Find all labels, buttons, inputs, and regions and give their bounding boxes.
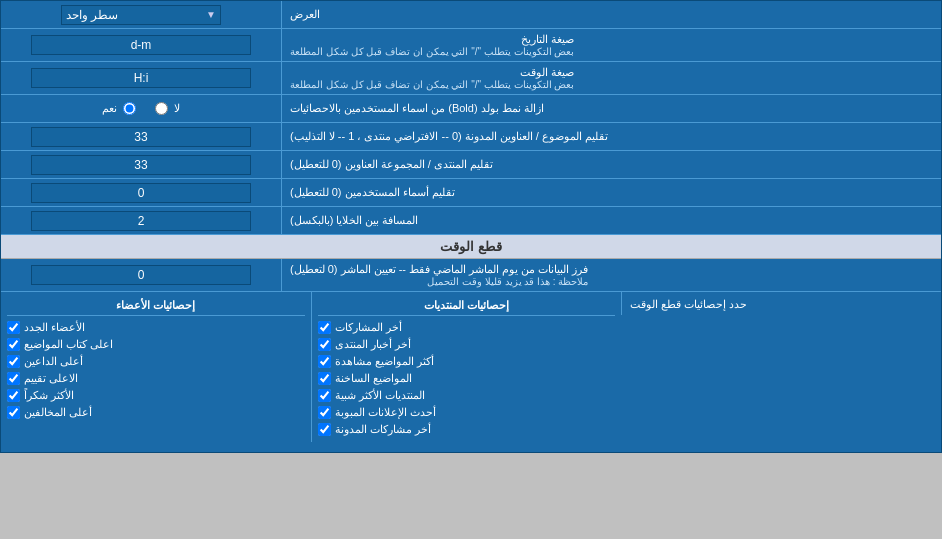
date-format-input-cell bbox=[1, 29, 281, 61]
cutoff-row: فرز البيانات من يوم الماشر الماضي فقط --… bbox=[1, 259, 941, 292]
check-top-inviters: أعلى الداعين bbox=[7, 353, 305, 370]
forum-trim-label: تقليم المنتدى / المجموعة العناوين (0 للت… bbox=[281, 151, 941, 178]
checkbox-hot-topics[interactable] bbox=[318, 372, 331, 385]
cutoff-section-header: قطع الوقت bbox=[1, 235, 941, 259]
date-format-label: صيغة التاريخ بعض التكوينات يتطلب "/" الت… bbox=[281, 29, 941, 61]
display-row: العرض ▼ سطر واحد bbox=[1, 1, 941, 29]
topic-trim-label: تقليم الموضوع / العناوين المدونة (0 -- ا… bbox=[281, 123, 941, 150]
checkbox-top-inviters[interactable] bbox=[7, 355, 20, 368]
date-format-input[interactable] bbox=[31, 35, 251, 55]
display-dropdown[interactable]: ▼ سطر واحد bbox=[61, 5, 221, 25]
cutoff-input-cell bbox=[1, 259, 281, 291]
bold-row: ازالة نمط بولد (Bold) من اسماء المستخدمي… bbox=[1, 95, 941, 123]
check-last-blog: أخر مشاركات المدونة bbox=[318, 421, 616, 438]
stats-row: حدد إحصائيات قطع الوقت إحصائيات المنتديا… bbox=[1, 292, 941, 452]
checkbox-most-viewed[interactable] bbox=[318, 355, 331, 368]
check-new-members: الأعضاء الجدد bbox=[7, 319, 305, 336]
checkbox-most-thanks[interactable] bbox=[7, 389, 20, 402]
stats-members-col: إحصائيات الأعضاء الأعضاء الجدد اعلى كتاب… bbox=[1, 292, 311, 442]
bold-yes-label: نعم bbox=[102, 102, 117, 115]
forum-trim-input-cell bbox=[1, 151, 281, 178]
bold-input-cell: لا نعم bbox=[1, 95, 281, 122]
space-input[interactable] bbox=[31, 211, 251, 231]
check-hot-topics: المواضيع الساخنة bbox=[318, 370, 616, 387]
stats-forums-header: إحصائيات المنتديات bbox=[318, 296, 616, 316]
bold-no-radio[interactable] bbox=[155, 102, 168, 115]
check-last-posts: أخر المشاركات bbox=[318, 319, 616, 336]
forum-trim-input[interactable] bbox=[31, 155, 251, 175]
stats-forums-col: إحصائيات المنتديات أخر المشاركات أخر أخب… bbox=[311, 292, 622, 442]
topic-trim-row: تقليم الموضوع / العناوين المدونة (0 -- ا… bbox=[1, 123, 941, 151]
checkbox-similar[interactable] bbox=[318, 389, 331, 402]
date-format-row: صيغة التاريخ بعض التكوينات يتطلب "/" الت… bbox=[1, 29, 941, 62]
time-format-input-cell bbox=[1, 62, 281, 94]
checkbox-new-members[interactable] bbox=[7, 321, 20, 334]
bold-label: ازالة نمط بولد (Bold) من اسماء المستخدمي… bbox=[281, 95, 941, 122]
bold-yes-radio[interactable] bbox=[123, 102, 136, 115]
cutoff-input[interactable] bbox=[31, 265, 251, 285]
display-label: العرض bbox=[281, 1, 941, 28]
stats-cutoff-label: حدد إحصائيات قطع الوقت bbox=[621, 292, 941, 315]
cutoff-label: فرز البيانات من يوم الماشر الماضي فقط --… bbox=[281, 259, 941, 291]
display-input-cell: ▼ سطر واحد bbox=[1, 1, 281, 28]
checkbox-violations[interactable] bbox=[7, 406, 20, 419]
checkbox-last-blog[interactable] bbox=[318, 423, 331, 436]
check-most-thanks: الأكثر شكراً bbox=[7, 387, 305, 404]
topic-trim-input[interactable] bbox=[31, 127, 251, 147]
checkbox-latest-ads[interactable] bbox=[318, 406, 331, 419]
check-top-rated: الاعلى تقييم bbox=[7, 370, 305, 387]
user-trim-label: تقليم أسماء المستخدمين (0 للتعطيل) bbox=[281, 179, 941, 206]
time-format-input[interactable] bbox=[31, 68, 251, 88]
check-top-writers: اعلى كتاب المواضيع bbox=[7, 336, 305, 353]
stats-checkboxes-container: إحصائيات المنتديات أخر المشاركات أخر أخب… bbox=[1, 292, 621, 442]
time-format-row: صيغة الوقت بعض التكوينات يتطلب "/" التي … bbox=[1, 62, 941, 95]
checkbox-last-posts[interactable] bbox=[318, 321, 331, 334]
forum-trim-row: تقليم المنتدى / المجموعة العناوين (0 للت… bbox=[1, 151, 941, 179]
checkbox-top-writers[interactable] bbox=[7, 338, 20, 351]
stats-members-header: إحصائيات الأعضاء bbox=[7, 296, 305, 316]
space-label: المسافة بين الخلايا (بالبكسل) bbox=[281, 207, 941, 234]
topic-trim-input-cell bbox=[1, 123, 281, 150]
bold-no-label: لا bbox=[174, 102, 180, 115]
checkbox-top-rated[interactable] bbox=[7, 372, 20, 385]
check-violations: أعلى المخالفين bbox=[7, 404, 305, 421]
time-format-label: صيغة الوقت بعض التكوينات يتطلب "/" التي … bbox=[281, 62, 941, 94]
check-most-viewed: أكثر المواضيع مشاهدة bbox=[318, 353, 616, 370]
settings-container: العرض ▼ سطر واحد صيغة التاريخ بعض التكوي… bbox=[0, 0, 942, 453]
check-similar: المنتديات الأكثر شبية bbox=[318, 387, 616, 404]
user-trim-input[interactable] bbox=[31, 183, 251, 203]
user-trim-input-cell bbox=[1, 179, 281, 206]
check-latest-ads: أحدث الإعلانات المبوبة bbox=[318, 404, 616, 421]
space-row: المسافة بين الخلايا (بالبكسل) bbox=[1, 207, 941, 235]
user-trim-row: تقليم أسماء المستخدمين (0 للتعطيل) bbox=[1, 179, 941, 207]
check-last-news: أخر أخبار المنتدى bbox=[318, 336, 616, 353]
space-input-cell bbox=[1, 207, 281, 234]
dropdown-arrow-icon: ▼ bbox=[206, 9, 216, 20]
checkbox-last-news[interactable] bbox=[318, 338, 331, 351]
